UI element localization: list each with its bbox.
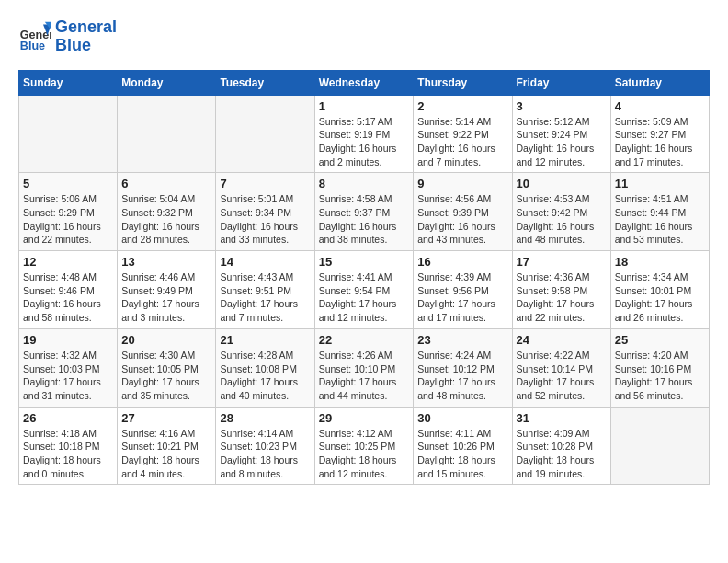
day-info: Sunrise: 5:14 AMSunset: 9:22 PMDaylight:… — [417, 115, 507, 169]
calendar-cell: 9Sunrise: 4:56 AMSunset: 9:39 PMDaylight… — [414, 173, 512, 251]
calendar-header-row: SundayMondayTuesdayWednesdayThursdayFrid… — [19, 70, 710, 95]
day-info: Sunrise: 5:01 AMSunset: 9:34 PMDaylight:… — [220, 192, 310, 247]
day-number: 14 — [220, 255, 310, 269]
day-info: Sunrise: 4:16 AMSunset: 10:21 PMDaylight… — [121, 427, 211, 481]
day-info: Sunrise: 4:09 AMSunset: 10:28 PMDaylight… — [517, 427, 607, 481]
logo-icon: General Blue — [18, 20, 51, 53]
day-number: 13 — [121, 255, 211, 269]
day-number: 2 — [417, 99, 507, 113]
calendar-cell: 8Sunrise: 4:58 AMSunset: 9:37 PMDaylight… — [314, 173, 414, 251]
day-number: 18 — [615, 255, 705, 269]
calendar-cell — [118, 95, 216, 173]
day-info: Sunrise: 4:53 AMSunset: 9:42 PMDaylight:… — [517, 192, 607, 247]
day-of-week-header: Tuesday — [216, 70, 314, 95]
calendar-cell: 16Sunrise: 4:39 AMSunset: 9:56 PMDayligh… — [414, 251, 512, 329]
calendar-cell: 15Sunrise: 4:41 AMSunset: 9:54 PMDayligh… — [314, 251, 414, 329]
calendar-cell: 23Sunrise: 4:24 AMSunset: 10:12 PMDaylig… — [414, 328, 512, 407]
day-info: Sunrise: 4:14 AMSunset: 10:23 PMDaylight… — [220, 427, 310, 481]
calendar-cell: 29Sunrise: 4:12 AMSunset: 10:25 PMDaylig… — [314, 407, 414, 485]
day-info: Sunrise: 5:06 AMSunset: 9:29 PMDaylight:… — [23, 192, 113, 247]
logo: General Blue General Blue — [18, 18, 117, 55]
day-info: Sunrise: 4:51 AMSunset: 9:44 PMDaylight:… — [615, 192, 705, 247]
day-number: 6 — [121, 177, 211, 190]
day-number: 24 — [517, 333, 607, 347]
calendar-cell: 17Sunrise: 4:36 AMSunset: 9:58 PMDayligh… — [512, 251, 610, 329]
day-info: Sunrise: 4:11 AMSunset: 10:26 PMDaylight… — [417, 427, 507, 481]
calendar-cell: 31Sunrise: 4:09 AMSunset: 10:28 PMDaylig… — [512, 407, 610, 485]
day-of-week-header: Monday — [118, 70, 216, 95]
day-info: Sunrise: 4:58 AMSunset: 9:37 PMDaylight:… — [319, 192, 410, 247]
calendar-cell: 2Sunrise: 5:14 AMSunset: 9:22 PMDaylight… — [414, 95, 512, 173]
day-info: Sunrise: 4:36 AMSunset: 9:58 PMDaylight:… — [517, 270, 607, 325]
day-of-week-header: Wednesday — [314, 70, 414, 95]
calendar-cell: 12Sunrise: 4:48 AMSunset: 9:46 PMDayligh… — [19, 251, 118, 329]
day-number: 26 — [23, 411, 113, 425]
day-number: 21 — [220, 333, 310, 347]
calendar-cell — [19, 95, 118, 173]
day-number: 8 — [319, 177, 410, 190]
day-number: 15 — [319, 255, 410, 269]
calendar-cell: 22Sunrise: 4:26 AMSunset: 10:10 PMDaylig… — [314, 328, 414, 407]
day-number: 17 — [517, 255, 607, 269]
day-info: Sunrise: 4:20 AMSunset: 10:16 PMDaylight… — [615, 349, 705, 403]
day-info: Sunrise: 4:28 AMSunset: 10:08 PMDaylight… — [220, 349, 310, 403]
svg-text:Blue: Blue — [20, 40, 45, 52]
day-number: 5 — [23, 177, 113, 190]
day-number: 29 — [319, 411, 410, 425]
calendar-cell: 24Sunrise: 4:22 AMSunset: 10:14 PMDaylig… — [512, 328, 610, 407]
day-number: 30 — [417, 411, 507, 425]
day-info: Sunrise: 4:22 AMSunset: 10:14 PMDaylight… — [517, 349, 607, 403]
day-info: Sunrise: 4:43 AMSunset: 9:51 PMDaylight:… — [220, 270, 310, 325]
day-of-week-header: Saturday — [610, 70, 709, 95]
calendar-cell: 11Sunrise: 4:51 AMSunset: 9:44 PMDayligh… — [610, 173, 709, 251]
day-info: Sunrise: 4:30 AMSunset: 10:05 PMDaylight… — [121, 349, 211, 403]
calendar-cell: 7Sunrise: 5:01 AMSunset: 9:34 PMDaylight… — [216, 173, 314, 251]
day-info: Sunrise: 5:04 AMSunset: 9:32 PMDaylight:… — [121, 192, 211, 247]
page-header: General Blue General Blue — [18, 18, 710, 55]
calendar-week-row: 1Sunrise: 5:17 AMSunset: 9:19 PMDaylight… — [19, 95, 710, 173]
day-info: Sunrise: 5:12 AMSunset: 9:24 PMDaylight:… — [517, 115, 607, 169]
calendar-cell: 20Sunrise: 4:30 AMSunset: 10:05 PMDaylig… — [118, 328, 216, 407]
day-info: Sunrise: 4:32 AMSunset: 10:03 PMDaylight… — [23, 349, 113, 403]
day-info: Sunrise: 5:09 AMSunset: 9:27 PMDaylight:… — [615, 115, 705, 169]
day-info: Sunrise: 4:56 AMSunset: 9:39 PMDaylight:… — [417, 192, 507, 247]
calendar: SundayMondayTuesdayWednesdayThursdayFrid… — [18, 70, 710, 486]
calendar-cell: 4Sunrise: 5:09 AMSunset: 9:27 PMDaylight… — [610, 95, 709, 173]
calendar-cell: 18Sunrise: 4:34 AMSunset: 10:01 PMDaylig… — [610, 251, 709, 329]
day-number: 19 — [23, 333, 113, 347]
calendar-week-row: 26Sunrise: 4:18 AMSunset: 10:18 PMDaylig… — [19, 407, 710, 485]
day-of-week-header: Sunday — [19, 70, 118, 95]
day-info: Sunrise: 4:12 AMSunset: 10:25 PMDaylight… — [319, 427, 410, 481]
calendar-cell: 6Sunrise: 5:04 AMSunset: 9:32 PMDaylight… — [118, 173, 216, 251]
day-info: Sunrise: 4:41 AMSunset: 9:54 PMDaylight:… — [319, 270, 410, 325]
day-info: Sunrise: 4:34 AMSunset: 10:01 PMDaylight… — [615, 270, 705, 325]
day-info: Sunrise: 4:26 AMSunset: 10:10 PMDaylight… — [319, 349, 410, 403]
day-number: 16 — [417, 255, 507, 269]
day-of-week-header: Friday — [512, 70, 610, 95]
day-info: Sunrise: 5:17 AMSunset: 9:19 PMDaylight:… — [319, 115, 410, 169]
day-info: Sunrise: 4:18 AMSunset: 10:18 PMDaylight… — [23, 427, 113, 481]
day-number: 27 — [121, 411, 211, 425]
calendar-cell: 27Sunrise: 4:16 AMSunset: 10:21 PMDaylig… — [118, 407, 216, 485]
calendar-cell: 28Sunrise: 4:14 AMSunset: 10:23 PMDaylig… — [216, 407, 314, 485]
day-info: Sunrise: 4:48 AMSunset: 9:46 PMDaylight:… — [23, 270, 113, 325]
calendar-cell: 25Sunrise: 4:20 AMSunset: 10:16 PMDaylig… — [610, 328, 709, 407]
day-number: 23 — [417, 333, 507, 347]
calendar-cell — [610, 407, 709, 485]
day-number: 12 — [23, 255, 113, 269]
day-number: 1 — [319, 99, 410, 113]
day-number: 22 — [319, 333, 410, 347]
day-number: 4 — [615, 99, 705, 113]
calendar-week-row: 19Sunrise: 4:32 AMSunset: 10:03 PMDaylig… — [19, 328, 710, 407]
day-number: 31 — [517, 411, 607, 425]
calendar-cell: 21Sunrise: 4:28 AMSunset: 10:08 PMDaylig… — [216, 328, 314, 407]
day-number: 20 — [121, 333, 211, 347]
calendar-cell: 19Sunrise: 4:32 AMSunset: 10:03 PMDaylig… — [19, 328, 118, 407]
day-number: 3 — [517, 99, 607, 113]
day-number: 7 — [220, 177, 310, 190]
calendar-cell: 3Sunrise: 5:12 AMSunset: 9:24 PMDaylight… — [512, 95, 610, 173]
calendar-cell — [216, 95, 314, 173]
calendar-cell: 30Sunrise: 4:11 AMSunset: 10:26 PMDaylig… — [414, 407, 512, 485]
calendar-cell: 5Sunrise: 5:06 AMSunset: 9:29 PMDaylight… — [19, 173, 118, 251]
calendar-cell: 14Sunrise: 4:43 AMSunset: 9:51 PMDayligh… — [216, 251, 314, 329]
